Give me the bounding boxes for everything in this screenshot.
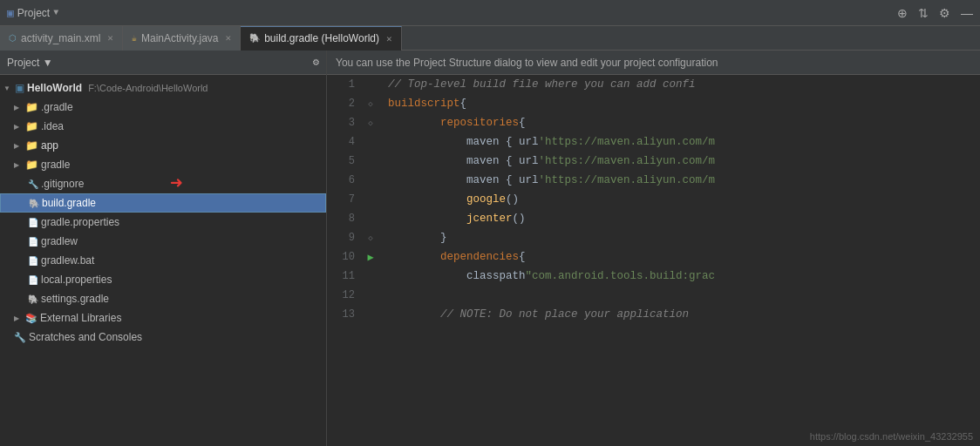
code-indent-8 [388,213,466,225]
tree-root-helloworld[interactable]: ▣ HelloWorld F:\Code-Android\HelloWorld [0,78,326,98]
settings-gradle-icon: 🐘 [28,294,38,304]
folder-icon: 📁 [25,139,38,152]
tree-item-gitignore[interactable]: 🔧 .gitignore [0,174,326,193]
git-file-icon: 🔧 [28,179,38,189]
line-num-5: 5 [327,152,362,171]
code-indent-4: maven { url [388,136,539,148]
fold-icon-3[interactable]: ◇ [368,118,372,128]
tree-item-label: Scratches and Consoles [29,331,142,343]
editor-info-bar: You can use the Project Structure dialog… [327,51,980,75]
code-string-4: 'https://maven.aliyun.com/m [539,136,716,148]
code-text-3: { [519,117,526,129]
tab-activity-main[interactable]: ⬡ activity_main.xml ✕ [0,26,123,51]
code-text-2: { [460,98,467,110]
code-indent-11: classpath [388,270,526,282]
run-icon-10[interactable]: ▶ [367,251,373,264]
tree-item-label: .idea [41,120,64,132]
tab-gradle-icon: 🐘 [249,33,260,44]
folder-icon: ▣ [15,82,24,94]
tree-item-label: local.properties [41,274,112,286]
code-indent-10 [388,251,440,263]
tree-item-build-gradle[interactable]: 🐘 build.gradle [0,193,326,213]
code-keyword-3: repositories [440,117,519,129]
line-num-1: 1 [327,75,362,94]
tree-item-label: .gradle [41,101,73,113]
folder-icon: 📁 [25,120,38,132]
sidebar-header-actions: ⚙ [313,56,319,69]
code-text-8: () [513,213,526,225]
project-label: Project [17,7,50,19]
tab-label: build.gradle (HelloWorld) [264,32,379,44]
code-line-1: // Top-level build file where you can ad… [388,75,980,94]
sidebar-header-left: Project ▼ [7,57,53,69]
tab-bar: ⬡ activity_main.xml ✕ ☕ MainActivity.jav… [0,26,980,51]
project-tree: ▣ HelloWorld F:\Code-Android\HelloWorld … [0,75,326,446]
tree-root-label: HelloWorld [27,82,82,94]
project-header-label: Project ▼ [7,57,53,69]
code-line-8: jcenter () [388,209,980,228]
bat-file-icon: 📄 [28,256,38,266]
editor-info-text: You can use the Project Structure dialog… [336,57,718,69]
code-line-9: } [388,228,980,247]
tree-item-gradle-sub[interactable]: 📁 gradle [0,155,326,174]
code-line-7: google () [388,190,980,209]
settings-button[interactable]: ⚙ [939,7,950,19]
tree-item-idea-folder[interactable]: 📁 .idea [0,117,326,136]
dropdown-icon[interactable]: ▼ [53,8,58,17]
code-function-7: google [466,193,506,206]
props-file-icon: 📄 [28,218,38,227]
tree-item-label: External Libraries [40,312,121,324]
editor-content[interactable]: 1 2 3 4 5 6 7 8 9 10 11 12 13 ◇ ◇ [327,75,980,446]
tree-item-gradle-folder[interactable]: 📁 .gradle [0,98,326,117]
tree-item-gradlew[interactable]: 📄 gradlew [0,232,326,251]
code-line-4: maven { url 'https://maven.aliyun.com/m [388,132,980,152]
minimize-button[interactable]: — [961,7,973,19]
code-keyword-10: dependencies [440,251,519,263]
code-indent-3 [388,117,440,129]
title-bar-actions: ⊕ ⇅ ⚙ — [897,7,973,19]
watermark: https://blog.csdn.net/weixin_43232955 [810,431,973,442]
code-indent-9: } [388,232,447,244]
tree-item-gradle-properties[interactable]: 📄 gradle.properties [0,213,326,232]
line-num-8: 8 [327,209,362,228]
code-string-11: "com.android.tools.build:grac [526,270,716,282]
code-area[interactable]: // Top-level build file where you can ad… [379,75,980,446]
gutter-area: ◇ ◇ ◇ ▶ [362,75,379,446]
tab-close-icon[interactable]: ✕ [107,32,113,44]
folder-icon: 📁 [25,101,38,113]
code-indent-7 [388,193,466,206]
tab-xml-icon: ⬡ [9,33,17,44]
sidebar-gear-icon[interactable]: ⚙ [313,56,319,69]
code-line-12 [388,286,980,305]
editor-area: You can use the Project Structure dialog… [327,51,980,446]
tree-item-settings-gradle[interactable]: 🐘 settings.gradle [0,289,326,308]
code-keyword-2: buildscript [388,98,460,110]
line-num-6: 6 [327,171,362,190]
tab-label: activity_main.xml [21,32,100,44]
fold-icon-9[interactable]: ◇ [368,233,372,243]
tree-item-app-folder[interactable]: 📁 app [0,136,326,155]
tree-item-local-properties[interactable]: 📄 local.properties [0,270,326,289]
code-line-6: maven { url 'https://maven.aliyun.com/m [388,171,980,190]
globe-button[interactable]: ⊕ [897,7,908,19]
tree-item-scratches[interactable]: 🔧 Scratches and Consoles [0,328,326,347]
tab-close-icon[interactable]: ✕ [386,33,392,44]
code-indent-5: maven { url [388,155,539,167]
sync-button[interactable]: ⇅ [918,7,929,19]
fold-icon-2[interactable]: ◇ [368,99,372,109]
tree-root-path: F:\Code-Android\HelloWorld [88,83,208,93]
tree-item-external-libraries[interactable]: 📚 External Libraries [0,308,326,328]
code-function-8: jcenter [466,213,513,225]
tree-item-label: app [41,139,58,152]
sidebar-header: Project ▼ ⚙ [0,51,326,75]
line-num-12: 12 [327,286,362,305]
tab-build-gradle[interactable]: 🐘 build.gradle (HelloWorld) ✕ [241,26,401,51]
tab-java-icon: ☕ [132,33,137,44]
line-num-7: 7 [327,190,362,209]
tree-item-gradlew-bat[interactable]: 📄 gradlew.bat [0,251,326,270]
tab-close-icon[interactable]: ✕ [226,32,232,44]
tab-main-activity[interactable]: ☕ MainActivity.java ✕ [123,26,241,51]
code-line-5: maven { url 'https://maven.aliyun.com/m [388,152,980,171]
line-num-2: 2 [327,94,362,113]
line-numbers: 1 2 3 4 5 6 7 8 9 10 11 12 13 [327,75,362,446]
